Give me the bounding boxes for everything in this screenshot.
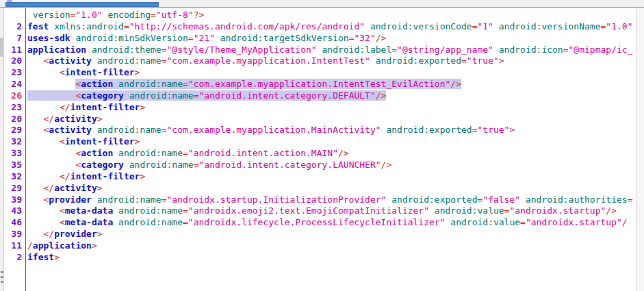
code-token: android:name (129, 160, 194, 170)
code-line[interactable]: ifest> (25, 252, 60, 264)
code-row[interactable]: 11application android:theme="@style/Them… (4, 45, 636, 56)
code-token (27, 171, 60, 181)
code-token: < (60, 205, 65, 216)
code-token: android:value (435, 205, 504, 216)
code-line[interactable]: application android:theme="@style/Theme_… (25, 45, 632, 56)
horizontal-scrollbar-thumb[interactable] (5, 2, 159, 7)
code-token (27, 229, 43, 239)
code-line[interactable]: fest xmlns:android="http://schemas.andro… (25, 21, 632, 33)
code-line[interactable]: </activity> (25, 114, 103, 125)
code-row[interactable]: 39 </provider> (4, 229, 636, 240)
code-token: = (391, 45, 397, 55)
line-number: 11 (4, 240, 25, 252)
code-token: android:name (118, 217, 183, 227)
code-line[interactable]: <activity android:name="com.example.myap… (25, 55, 504, 67)
code-token (370, 55, 376, 66)
code-row[interactable]: 2ifest> (4, 252, 636, 264)
code-row[interactable]: 23 <intent-filter> (4, 67, 636, 79)
code-token (124, 90, 129, 101)
vertical-scrollbar[interactable] (636, 8, 644, 291)
code-line[interactable]: <activity android:name="com.example.myap… (25, 125, 515, 136)
code-token: android:name (118, 148, 183, 158)
code-token: "1.0" (75, 10, 102, 20)
code-row[interactable]: 11/application> (4, 240, 636, 252)
drag-handle-dots[interactable] (1, 271, 3, 286)
code-token: fest (27, 21, 49, 31)
code-row[interactable]: 46 <meta-data android:name="androidx.lif… (4, 217, 636, 229)
code-line[interactable]: </intent-filter> (25, 102, 145, 114)
code-token: = (563, 45, 569, 55)
code-token: android:name (118, 205, 183, 216)
code-line[interactable]: <meta-data android:name="androidx.emoji2… (25, 205, 617, 217)
code-token: intent-filter (65, 67, 135, 77)
code-editor[interactable]: version="1.0" encoding="utf-8"?>2fest xm… (4, 8, 636, 291)
code-line[interactable]: <meta-data android:name="androidx.lifecy… (25, 217, 628, 229)
code-line[interactable]: <provider android:name="androidx.startup… (25, 194, 632, 206)
code-token: "true" (477, 125, 509, 135)
code-row[interactable]: 2fest xmlns:android="http://schemas.andr… (4, 21, 636, 33)
code-line[interactable]: <category android:name="android.intent.c… (25, 160, 391, 171)
code-line[interactable]: uses-sdk android:minSdkVersion="21" andr… (25, 33, 386, 45)
line-number: 24 (4, 79, 25, 90)
code-token: "http://schemas.android.com/apk/res/andr… (129, 21, 365, 31)
code-token: "utf-8" (156, 10, 194, 20)
code-token: /> (606, 205, 617, 216)
code-line[interactable]: <action android:name="com.example.myappl… (25, 79, 461, 90)
code-row[interactable]: 35 <category android:name="android.inten… (4, 160, 636, 171)
code-token: = (520, 217, 526, 227)
code-line[interactable]: </intent-filter> (25, 171, 145, 183)
code-token: > (97, 229, 103, 239)
line-number: 32 (4, 171, 25, 183)
code-token: > (509, 125, 515, 135)
code-row[interactable]: 20 </activity> (4, 114, 636, 125)
line-number: 32 (4, 136, 25, 148)
code-row[interactable]: 20 <activity android:name="com.example.m… (4, 55, 636, 67)
code-token: activity (54, 114, 97, 124)
code-row[interactable]: 23 </intent-filter> (4, 102, 636, 114)
code-token: = (183, 79, 188, 89)
code-token: </ (43, 183, 54, 193)
code-token: = (162, 194, 167, 205)
code-row[interactable]: 43 <meta-data android:name="androidx.emo… (4, 205, 636, 217)
code-line[interactable]: </provider> (25, 229, 103, 240)
code-token: /> (450, 79, 461, 89)
code-row[interactable]: version="1.0" encoding="utf-8"?> (4, 10, 636, 21)
code-token: android:exported (386, 125, 472, 135)
code-line[interactable]: /application> (25, 240, 97, 252)
code-line[interactable]: <action android:name="android.intent.act… (25, 148, 349, 160)
code-line[interactable]: <intent-filter> (25, 136, 140, 148)
code-token (27, 10, 33, 20)
code-token: android:name (97, 125, 162, 135)
line-number: 43 (4, 205, 25, 217)
code-line[interactable]: version="1.0" encoding="utf-8"?> (25, 10, 204, 21)
code-row[interactable]: 39 <provider android:name="androidx.star… (4, 194, 636, 206)
code-token (27, 205, 60, 216)
code-line[interactable]: <category android:name="android.intent.c… (25, 90, 386, 102)
code-row[interactable]: 7uses-sdk android:minSdkVersion="21" and… (4, 33, 636, 45)
code-row[interactable]: 29 </activity> (4, 183, 636, 194)
code-token: "androidx.startup.InitializationProvider… (167, 194, 387, 205)
code-token: /> (376, 90, 387, 101)
code-row[interactable]: 24 <action android:name="com.example.mya… (4, 79, 636, 90)
code-token (113, 217, 118, 227)
code-row[interactable]: 32 </intent-filter> (4, 171, 636, 183)
code-token: /> (338, 148, 349, 158)
code-row[interactable]: 32 <intent-filter> (4, 136, 636, 148)
code-token: "androidx.startup" (509, 205, 606, 216)
code-token: "androidx.lifecycle.ProcessLifecycleInit… (188, 217, 446, 227)
code-row[interactable]: 29 <activity android:name="com.example.m… (4, 125, 636, 136)
code-token: < (60, 136, 65, 147)
code-token: < (60, 217, 65, 227)
code-token: android:minSdkVersion (75, 33, 188, 43)
horizontal-scrollbar[interactable] (0, 0, 644, 8)
code-row[interactable]: 33 <action android:name="android.intent.… (4, 148, 636, 160)
code-line[interactable]: <intent-filter> (25, 67, 140, 79)
code-row[interactable]: 26 <category android:name="android.inten… (4, 90, 636, 102)
code-token (429, 205, 435, 216)
code-token: android:versionCode (370, 21, 472, 31)
code-token: "androidx.emoji2.text.EmojiCompatInitial… (188, 205, 429, 216)
code-token: "1.0" (606, 21, 632, 31)
code-token: = (151, 10, 156, 20)
code-token (27, 114, 43, 124)
code-line[interactable]: </activity> (25, 183, 103, 194)
